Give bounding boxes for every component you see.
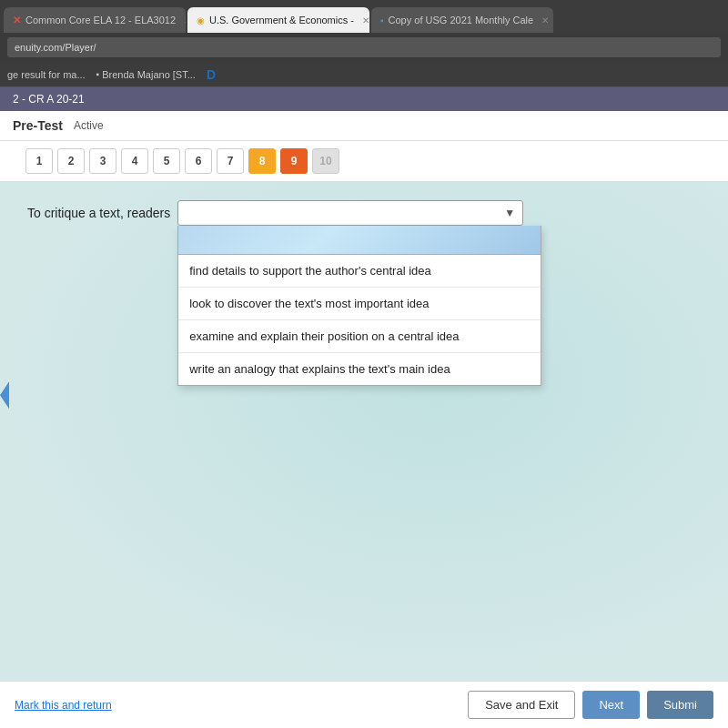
nav-btn-1[interactable]: 1 xyxy=(25,148,53,174)
pretest-header: Pre-Test Active xyxy=(0,111,728,141)
pretest-label: Pre-Test xyxy=(13,118,63,133)
address-bar xyxy=(0,33,728,62)
nav-btn-5[interactable]: 5 xyxy=(153,148,180,174)
nav-btn-6[interactable]: 6 xyxy=(185,148,212,174)
nav-buttons: 1 2 3 4 5 6 7 8 9 10 xyxy=(0,141,728,182)
submit-button[interactable]: Submi xyxy=(647,691,713,719)
chevron-down-icon: ▼ xyxy=(504,207,515,219)
tab-bar: ✕ Common Core ELA 12 - ELA3012 ✕ ◉ U.S. … xyxy=(0,0,728,33)
tab-copy-label: Copy of USG 2021 Monthly Cale xyxy=(389,15,534,25)
browser-frame: ✕ Common Core ELA 12 - ELA3012 ✕ ◉ U.S. … xyxy=(0,0,728,728)
bookmark-doc-icon: ▪ xyxy=(96,69,100,79)
left-indicator xyxy=(0,381,9,409)
dropdown-option-1[interactable]: find details to support the author's cen… xyxy=(178,255,541,288)
nav-btn-10: 10 xyxy=(312,148,339,174)
tab-usgov-label: U.S. Government & Economics - xyxy=(209,15,354,25)
tab-doc-icon: ▪ xyxy=(380,15,384,25)
disney-icon: D xyxy=(207,67,216,82)
dropdown-trigger[interactable]: ▼ xyxy=(177,200,523,226)
nav-btn-8[interactable]: 8 xyxy=(248,148,276,174)
dropdown-option-3[interactable]: examine and explain their position on a … xyxy=(178,320,541,353)
bottom-bar: Mark this and return Save and Exit Next … xyxy=(0,681,728,728)
nav-btn-4[interactable]: 4 xyxy=(121,148,148,174)
status-badge: Active xyxy=(74,119,104,132)
bottom-buttons: Save and Exit Next Submi xyxy=(468,691,713,719)
top-bar: 2 - CR A 20-21 xyxy=(0,87,728,111)
dropdown-list-header xyxy=(178,226,541,255)
tab-circle-icon: ◉ xyxy=(197,15,205,25)
bookmark-brenda[interactable]: ▪ Brenda Majano [ST... xyxy=(96,69,196,80)
tab-ela-label: Common Core ELA 12 - ELA3012 xyxy=(25,15,176,25)
bookmark-result[interactable]: ge result for ma... xyxy=(7,69,86,80)
bookmarks-bar: ge result for ma... ▪ Brenda Majano [ST.… xyxy=(0,62,728,87)
nav-btn-9[interactable]: 9 xyxy=(280,148,308,174)
tab-usgov[interactable]: ◉ U.S. Government & Economics - ✕ xyxy=(187,7,369,33)
address-input[interactable] xyxy=(7,37,721,57)
save-exit-button[interactable]: Save and Exit xyxy=(468,691,575,719)
tab-usgov-close[interactable]: ✕ xyxy=(362,15,369,25)
mark-return-link[interactable]: Mark this and return xyxy=(15,699,112,712)
tab-ela-close[interactable]: ✕ xyxy=(184,15,186,25)
nav-btn-7[interactable]: 7 xyxy=(217,148,244,174)
dropdown-list: find details to support the author's cen… xyxy=(177,226,541,386)
nav-btn-2[interactable]: 2 xyxy=(57,148,85,174)
next-button[interactable]: Next xyxy=(582,691,640,719)
dropdown-option-2[interactable]: look to discover the text's most importa… xyxy=(178,288,541,320)
dropdown-option-4[interactable]: write an analogy that explains the text'… xyxy=(178,353,541,385)
breadcrumb: 2 - CR A 20-21 xyxy=(13,93,85,106)
tab-ela[interactable]: ✕ Common Core ELA 12 - ELA3012 ✕ xyxy=(4,7,186,33)
question-prefix: To critique a text, readers xyxy=(27,206,170,220)
dropdown-container: ▼ find details to support the author's c… xyxy=(177,200,523,226)
bookmark-result-label: ge result for ma... xyxy=(7,69,86,80)
question-text: To critique a text, readers ▼ find detai… xyxy=(27,200,701,226)
question-area: To critique a text, readers ▼ find detai… xyxy=(0,182,728,681)
bookmark-disney[interactable]: D xyxy=(207,67,216,82)
tab-copy[interactable]: ▪ Copy of USG 2021 Monthly Cale ✕ xyxy=(371,7,553,33)
page-content: 2 - CR A 20-21 Pre-Test Active 1 2 3 4 5… xyxy=(0,87,728,728)
tab-x-icon: ✕ xyxy=(13,15,21,26)
nav-btn-3[interactable]: 3 xyxy=(89,148,116,174)
tab-copy-close[interactable]: ✕ xyxy=(541,15,549,25)
bookmark-brenda-label: Brenda Majano [ST... xyxy=(102,69,196,80)
